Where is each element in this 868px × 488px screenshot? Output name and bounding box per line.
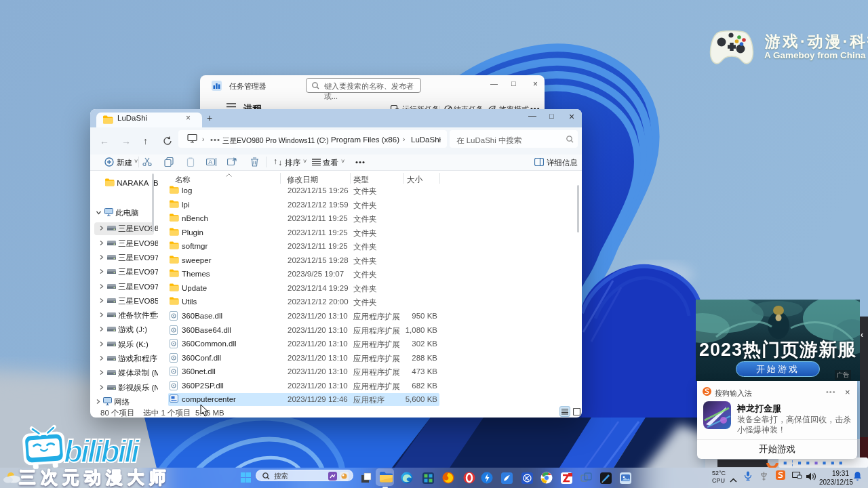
svg-text:A: A (208, 159, 212, 165)
svg-text:bilibili: bilibili (64, 434, 140, 469)
